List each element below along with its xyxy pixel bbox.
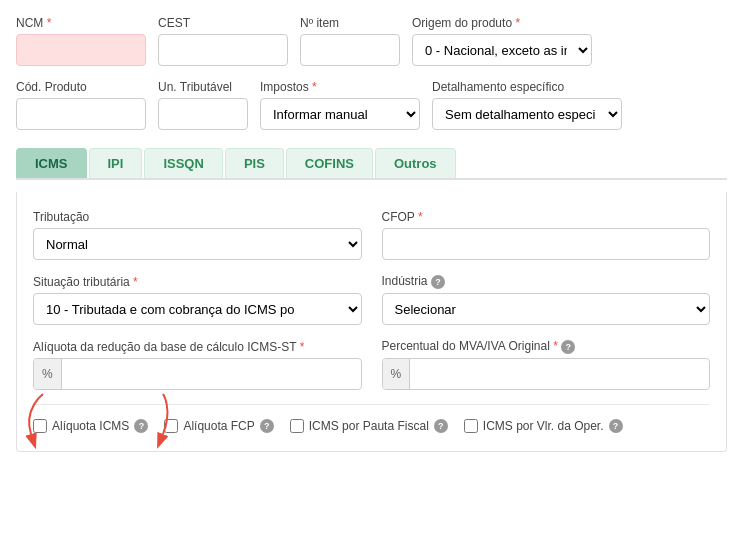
tributacao-cfop-row: Tributação Normal CFOP * -,-- <box>33 210 710 260</box>
percentual-mva-prefix: % <box>383 359 411 389</box>
cest-label: CEST <box>158 16 288 30</box>
aliquota-reducao-prefix-input: % 0,0000 <box>33 358 362 390</box>
cod-produto-field-group: Cód. Produto <box>16 80 146 130</box>
situacao-label: Situação tributária * <box>33 275 362 289</box>
aliquota-reducao-input[interactable]: 0,0000 <box>62 359 361 389</box>
tabs-container: ICMS IPI ISSQN PIS COFINS Outros <box>16 148 727 180</box>
no-item-input[interactable] <box>300 34 400 66</box>
aliquota-reducao-field-group: Alíquota da redução da base de cálculo I… <box>33 340 362 390</box>
aliquota-reducao-prefix: % <box>34 359 62 389</box>
percentual-mva-input[interactable]: 0,00 <box>410 359 709 389</box>
icms-tab-content: Tributação Normal CFOP * -,-- Situação t… <box>16 192 727 452</box>
cfop-label: CFOP * <box>382 210 711 224</box>
industria-label: Indústria ? <box>382 274 711 289</box>
aliquota-fcp-label: Alíquota FCP <box>183 419 254 433</box>
cod-produto-input[interactable] <box>16 98 146 130</box>
tab-pis[interactable]: PIS <box>225 148 284 178</box>
checkboxes-row: Alíquota ICMS ? Alíquota FCP ? ICMS por … <box>33 419 710 433</box>
checkboxes-section: Alíquota ICMS ? Alíquota FCP ? ICMS por … <box>33 419 710 433</box>
detalhamento-select[interactable]: Sem detalhamento especi <box>432 98 622 130</box>
percentual-mva-prefix-input: % 0,00 <box>382 358 711 390</box>
impostos-label: Impostos * <box>260 80 420 94</box>
tab-icms[interactable]: ICMS <box>16 148 87 178</box>
origem-label: Origem do produto * <box>412 16 592 30</box>
aliquota-mva-row: Alíquota da redução da base de cálculo I… <box>33 339 710 390</box>
aliquota-reducao-label: Alíquota da redução da base de cálculo I… <box>33 340 362 354</box>
situacao-select[interactable]: 10 - Tributada e com cobrança do ICMS po <box>33 293 362 325</box>
cfop-input[interactable]: -,-- <box>382 228 711 260</box>
cfop-field-group: CFOP * -,-- <box>382 210 711 260</box>
tab-issqn[interactable]: ISSQN <box>144 148 222 178</box>
un-tributavel-label: Un. Tributável <box>158 80 248 94</box>
no-item-label: Nº item <box>300 16 400 30</box>
icms-vlr-help-icon: ? <box>609 419 623 433</box>
icms-vlr-label: ICMS por Vlr. da Oper. <box>483 419 604 433</box>
ncm-input[interactable] <box>16 34 146 66</box>
icms-vlr-checkbox-item: ICMS por Vlr. da Oper. ? <box>464 419 623 433</box>
tributacao-select[interactable]: Normal <box>33 228 362 260</box>
detalhamento-field-group: Detalhamento específico Sem detalhamento… <box>432 80 622 130</box>
percentual-mva-help-icon: ? <box>561 340 575 354</box>
detalhamento-label: Detalhamento específico <box>432 80 622 94</box>
cod-produto-label: Cód. Produto <box>16 80 146 94</box>
no-item-field-group: Nº item <box>300 16 400 66</box>
arrow-2-icon <box>113 389 193 439</box>
aliquota-fcp-help-icon: ? <box>260 419 274 433</box>
icms-pauta-label: ICMS por Pauta Fiscal <box>309 419 429 433</box>
icms-pauta-help-icon: ? <box>434 419 448 433</box>
icms-pauta-checkbox[interactable] <box>290 419 304 433</box>
origem-select[interactable]: 0 - Nacional, exceto as ind <box>412 34 592 66</box>
situacao-field-group: Situação tributária * 10 - Tributada e c… <box>33 275 362 325</box>
percentual-mva-field-group: Percentual do MVA/IVA Original * ? % 0,0… <box>382 339 711 390</box>
cest-field-group: CEST <box>158 16 288 66</box>
ncm-label: NCM * <box>16 16 146 30</box>
tab-outros[interactable]: Outros <box>375 148 456 178</box>
un-tributavel-input[interactable]: UN <box>158 98 248 130</box>
industria-help-icon: ? <box>431 275 445 289</box>
un-tributavel-field-group: Un. Tributável UN <box>158 80 248 130</box>
tributacao-label: Tributação <box>33 210 362 224</box>
impostos-field-group: Impostos * Informar manual <box>260 80 420 130</box>
tab-ipi[interactable]: IPI <box>89 148 143 178</box>
situacao-industria-row: Situação tributária * 10 - Tributada e c… <box>33 274 710 325</box>
icms-pauta-checkbox-item: ICMS por Pauta Fiscal ? <box>290 419 448 433</box>
impostos-select[interactable]: Informar manual <box>260 98 420 130</box>
industria-select[interactable]: Selecionar <box>382 293 711 325</box>
origem-field-group: Origem do produto * 0 - Nacional, exceto… <box>412 16 592 66</box>
industria-field-group: Indústria ? Selecionar <box>382 274 711 325</box>
ncm-field-group: NCM * <box>16 16 146 66</box>
percentual-mva-label: Percentual do MVA/IVA Original * ? <box>382 339 711 354</box>
tributacao-field-group: Tributação Normal <box>33 210 362 260</box>
icms-vlr-checkbox[interactable] <box>464 419 478 433</box>
arrow-1-icon <box>23 389 83 439</box>
cest-input[interactable] <box>158 34 288 66</box>
tab-cofins[interactable]: COFINS <box>286 148 373 178</box>
